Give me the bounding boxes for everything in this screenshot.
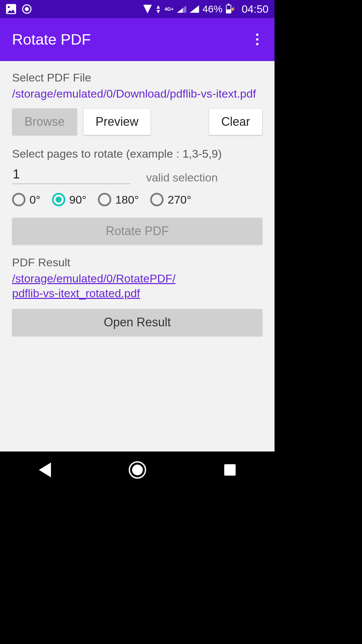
back-button[interactable] xyxy=(39,463,51,477)
clear-button[interactable]: Clear xyxy=(209,108,262,135)
signal-2-icon xyxy=(190,5,199,13)
signal-1-icon xyxy=(177,5,186,13)
result-label: PDF Result xyxy=(12,256,262,269)
network-type-label: 4G+ xyxy=(165,6,174,12)
record-notif-icon xyxy=(22,4,32,14)
data-arrows-icon: ▲▼ xyxy=(155,4,161,14)
dots-icon xyxy=(256,34,258,36)
home-button[interactable] xyxy=(129,461,146,479)
angle-radio-group: 0° 90° 180° 270° xyxy=(12,193,262,206)
wifi-icon xyxy=(143,5,152,13)
radio-icon xyxy=(98,193,111,206)
pages-validity-label: valid selection xyxy=(146,171,218,184)
radio-icon xyxy=(150,193,164,206)
angle-radio-180[interactable]: 180° xyxy=(98,193,139,206)
content: Select PDF File /storage/emulated/0/Down… xyxy=(0,61,275,451)
result-path-line2: pdflib-vs-itext_rotated.pdf xyxy=(12,287,140,300)
recents-button[interactable] xyxy=(224,464,236,476)
result-file-path[interactable]: /storage/emulated/0/RotatePDF/ pdflib-vs… xyxy=(12,271,262,301)
angle-radio-0[interactable]: 0° xyxy=(12,193,41,206)
browse-button[interactable]: Browse xyxy=(12,108,77,135)
radio-icon xyxy=(12,193,25,206)
angle-label: 0° xyxy=(29,193,41,206)
screenshot-notif-icon xyxy=(6,4,16,14)
page-title: Rotate PDF xyxy=(12,31,252,48)
battery-label: 46% xyxy=(202,3,223,15)
angle-label: 270° xyxy=(168,193,191,206)
app-bar: Rotate PDF xyxy=(0,18,275,61)
overflow-menu-button[interactable] xyxy=(252,32,262,48)
nav-bar xyxy=(0,451,275,488)
radio-icon xyxy=(52,193,65,206)
result-path-line1: /storage/emulated/0/RotatePDF/ xyxy=(12,272,176,285)
angle-radio-90[interactable]: 90° xyxy=(52,193,86,206)
rotate-pdf-button[interactable]: Rotate PDF xyxy=(12,218,262,245)
preview-button[interactable]: Preview xyxy=(83,108,151,135)
open-result-button[interactable]: Open Result xyxy=(12,309,262,336)
pages-input[interactable] xyxy=(12,166,131,184)
angle-label: 90° xyxy=(69,193,86,206)
angle-label: 180° xyxy=(115,193,139,206)
clock-label: 04:50 xyxy=(242,3,268,15)
select-file-label: Select PDF File xyxy=(12,71,262,84)
status-bar: ▲▼ 4G+ 46% ⚡ 04:50 xyxy=(0,0,275,18)
selected-file-path[interactable]: /storage/emulated/0/Download/pdflib-vs-i… xyxy=(12,86,262,101)
pages-label: Select pages to rotate (example : 1,3-5,… xyxy=(12,147,262,160)
angle-radio-270[interactable]: 270° xyxy=(150,193,191,206)
